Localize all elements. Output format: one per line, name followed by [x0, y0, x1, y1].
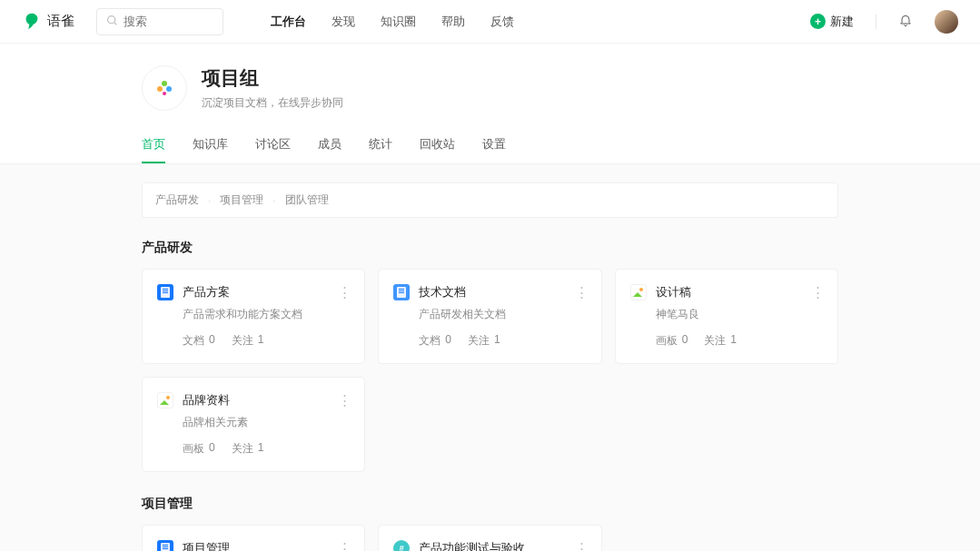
- search-box[interactable]: [96, 8, 223, 35]
- content: 产品研发 · 项目管理 · 团队管理 产品研发产品方案产品需求和功能方案文档文档…: [0, 164, 980, 551]
- more-icon[interactable]: ⋮: [338, 284, 351, 300]
- new-button-label: 新建: [830, 14, 854, 30]
- nav-workspace[interactable]: 工作台: [271, 14, 306, 30]
- card-header: #产品功能测试与验收: [393, 540, 586, 551]
- card-icon: #: [393, 540, 410, 551]
- section: 产品研发产品方案产品需求和功能方案文档文档0关注1⋮技术文档产品研发相关文档文档…: [142, 240, 838, 472]
- section-title: 产品研发: [142, 240, 838, 256]
- nav-knowledge[interactable]: 知识圈: [381, 14, 416, 30]
- breadcrumb-sep: ·: [208, 194, 211, 207]
- team-subtitle: 沉淀项目文档，在线异步协同: [202, 95, 343, 111]
- tab-settings[interactable]: 设置: [482, 127, 506, 163]
- header: 语雀 工作台 发现 知识圈 帮助 反馈 + 新建: [0, 0, 980, 44]
- repo-card[interactable]: 品牌资料品牌相关元素画板0关注1⋮: [142, 377, 365, 472]
- meta-docs: 画板0: [656, 333, 688, 349]
- repo-card[interactable]: 设计稿神笔马良画板0关注1⋮: [615, 269, 838, 364]
- nav-feedback[interactable]: 反馈: [490, 14, 514, 30]
- plus-icon: +: [810, 14, 826, 29]
- tab-trash[interactable]: 回收站: [420, 127, 455, 163]
- tab-stats[interactable]: 统计: [369, 127, 392, 163]
- section-title: 项目管理: [142, 496, 838, 512]
- repo-card[interactable]: #产品功能测试与验收用于跟进各项目测试时的问题反馈与跟进文档0关注1⋮: [378, 525, 601, 551]
- more-icon[interactable]: ⋮: [575, 284, 589, 300]
- card-header: 技术文档: [393, 284, 586, 300]
- card-title: 产品方案: [183, 284, 230, 300]
- breadcrumb-item[interactable]: 产品研发: [155, 192, 199, 208]
- repo-card[interactable]: 产品方案产品需求和功能方案文档文档0关注1⋮: [142, 269, 365, 364]
- search-icon: [106, 15, 118, 29]
- tabs: 首页 知识库 讨论区 成员 统计 回收站 设置: [142, 127, 838, 163]
- card-grid: 项目管理与用户一起成长文档0关注1⋮#产品功能测试与验收用于跟进各项目测试时的问…: [142, 525, 838, 551]
- meta-follows: 关注1: [232, 441, 264, 457]
- bell-icon[interactable]: [898, 13, 913, 31]
- svg-point-2: [157, 86, 163, 92]
- team-title: 项目组: [202, 65, 343, 91]
- new-button[interactable]: + 新建: [810, 14, 854, 30]
- divider: [876, 15, 876, 29]
- meta-docs: 画板0: [183, 441, 215, 457]
- breadcrumb: 产品研发 · 项目管理 · 团队管理: [142, 182, 838, 218]
- card-meta: 文档0关注1: [183, 333, 350, 349]
- repo-card[interactable]: 技术文档产品研发相关文档文档0关注1⋮: [378, 269, 601, 364]
- card-desc: 神笔马良: [656, 307, 823, 322]
- meta-follows: 关注1: [232, 333, 264, 349]
- logo-icon: [22, 12, 42, 32]
- card-desc: 产品需求和功能方案文档: [183, 307, 350, 322]
- meta-follows: 关注1: [468, 333, 500, 349]
- tab-home[interactable]: 首页: [142, 127, 165, 163]
- breadcrumb-item[interactable]: 项目管理: [220, 192, 263, 208]
- card-title: 项目管理: [183, 540, 230, 551]
- more-icon[interactable]: ⋮: [338, 540, 351, 551]
- repo-card[interactable]: 项目管理与用户一起成长文档0关注1⋮: [142, 525, 365, 551]
- svg-point-3: [166, 86, 172, 92]
- card-header: 项目管理: [157, 540, 350, 551]
- card-title: 设计稿: [656, 284, 691, 300]
- card-title: 品牌资料: [183, 392, 230, 408]
- card-icon: [157, 392, 173, 408]
- tab-members[interactable]: 成员: [318, 127, 342, 163]
- card-meta: 画板0关注1: [656, 333, 823, 349]
- breadcrumb-sep: ·: [272, 194, 275, 207]
- svg-point-5: [163, 92, 166, 95]
- nav-help[interactable]: 帮助: [441, 14, 465, 30]
- nav-links: 工作台 发现 知识圈 帮助 反馈: [271, 14, 514, 30]
- section: 项目管理项目管理与用户一起成长文档0关注1⋮#产品功能测试与验收用于跟进各项目测…: [142, 496, 838, 551]
- more-icon[interactable]: ⋮: [811, 284, 825, 300]
- card-icon: [157, 284, 173, 300]
- more-icon[interactable]: ⋮: [338, 392, 351, 408]
- nav-discover[interactable]: 发现: [332, 14, 355, 30]
- page-header: 项目组 沉淀项目文档，在线异步协同 首页 知识库 讨论区 成员 统计 回收站 设…: [0, 44, 980, 164]
- card-title: 产品功能测试与验收: [419, 540, 525, 551]
- card-header: 产品方案: [157, 284, 350, 300]
- tab-knowledge[interactable]: 知识库: [193, 127, 228, 163]
- breadcrumb-item[interactable]: 团队管理: [285, 192, 329, 208]
- card-title: 技术文档: [419, 284, 466, 300]
- svg-line-1: [114, 22, 116, 24]
- card-header: 设计稿: [630, 284, 823, 300]
- card-header: 品牌资料: [157, 392, 350, 408]
- search-input[interactable]: [124, 15, 276, 28]
- card-desc: 品牌相关元素: [183, 415, 350, 430]
- card-icon: [393, 284, 410, 300]
- card-meta: 画板0关注1: [183, 441, 350, 457]
- brand-name: 语雀: [47, 13, 74, 30]
- meta-docs: 文档0: [419, 333, 451, 349]
- card-grid: 产品方案产品需求和功能方案文档文档0关注1⋮技术文档产品研发相关文档文档0关注1…: [142, 269, 838, 472]
- meta-follows: 关注1: [704, 333, 737, 349]
- card-icon: [157, 540, 173, 551]
- team-info: 项目组 沉淀项目文档，在线异步协同: [142, 65, 838, 111]
- avatar[interactable]: [935, 10, 958, 34]
- tab-discussion[interactable]: 讨论区: [255, 127, 291, 163]
- svg-point-4: [162, 81, 167, 86]
- more-icon[interactable]: ⋮: [575, 540, 589, 551]
- svg-point-0: [108, 15, 115, 23]
- meta-docs: 文档0: [183, 333, 215, 349]
- logo[interactable]: 语雀: [22, 12, 74, 32]
- team-avatar[interactable]: [142, 65, 187, 111]
- card-icon: [630, 284, 647, 300]
- card-meta: 文档0关注1: [419, 333, 586, 349]
- card-desc: 产品研发相关文档: [419, 307, 586, 322]
